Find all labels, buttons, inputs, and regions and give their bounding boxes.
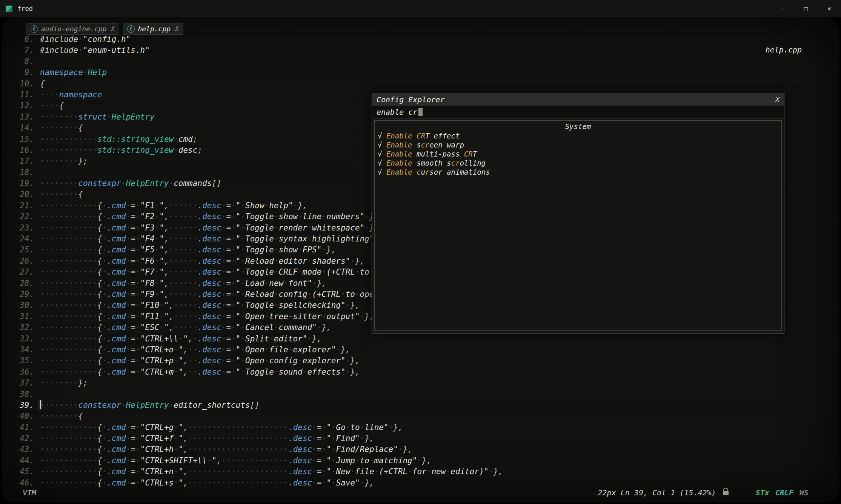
search-block-cursor [418,108,423,116]
code-line[interactable]: 42.············{·.cmd·=·"CTRL+f·",······… [12,433,839,444]
line-number: 37. [12,378,34,389]
tab-help-cpp[interactable]: C help.cpp X [123,23,183,35]
code-line[interactable]: 34.············{·.cmd·=·"CTRL+o·",··.des… [12,344,839,355]
line-number: 31. [12,311,34,322]
line-number: 45. [12,466,34,477]
code-line[interactable]: 8. [12,56,839,67]
config-explorer-titlebar: Config Explorer X [372,93,784,106]
code-line[interactable]: 45.············{·.cmd·=·"CTRL+n·",······… [12,466,839,477]
tab-close-icon[interactable]: X [175,26,178,32]
line-number: 7. [12,45,34,56]
line-number: 36. [12,367,34,378]
tab-bar: C audio-engine.cpp X C help.cpp X [26,23,183,35]
config-option[interactable]: √ Enable cursor animations [378,167,778,177]
line-number: 20. [12,189,34,200]
close-button[interactable]: × [818,0,841,17]
line-number: 11. [12,89,34,100]
code-line[interactable]: 9.namespace·Help [12,67,839,78]
line-number: 13. [12,112,34,123]
line-number: 34. [12,344,34,355]
line-number: 14. [12,123,34,134]
line-number: 21. [12,200,34,211]
maximize-button[interactable]: □ [794,0,818,17]
code-line[interactable]: 44.············{·.cmd·=·"CTRL+SHIFT+\\·"… [12,455,839,466]
line-number: 44. [12,455,34,466]
tab-close-icon[interactable]: X [111,26,114,32]
config-option[interactable]: √ Enable multi-pass CRT [378,149,778,158]
line-number: 41. [12,422,34,433]
code-line[interactable]: 10.{ [12,78,839,89]
line-number: 6. [12,34,34,45]
line-number: 17. [12,156,34,167]
line-number: 8. [12,56,34,67]
code-line[interactable]: 38. [12,389,839,400]
status-flag-crlf: CRLF [775,488,793,497]
line-number: 30. [12,300,34,311]
line-number: 18. [12,167,34,178]
config-section-header: System [378,121,778,131]
tab-label: audio-engine.cpp [41,25,106,33]
config-option[interactable]: √ Enable screen warp [378,140,778,149]
line-number: 42. [12,433,34,444]
line-number: 12. [12,100,34,111]
line-number: 43. [12,444,34,455]
line-number: 28. [12,278,34,289]
popup-title: Config Explorer [377,95,445,104]
code-line[interactable]: 37.········}; [12,378,839,389]
code-line[interactable]: 6.#include·"config.h" [12,34,839,45]
line-number: 16. [12,145,34,156]
code-line[interactable]: 40.········{ [12,411,839,422]
cursor-position-info: 22px Ln 39, Col 1 (15.42%) [598,488,716,497]
cpp-file-icon: C [31,25,38,33]
cpp-file-icon: C [127,25,135,33]
line-number: 32. [12,322,34,333]
line-number: 29. [12,289,34,300]
title-bar: fred – □ × [0,0,841,17]
status-flag-ws: WS [799,488,809,497]
code-line[interactable]: 46.············{·.cmd·=·"CTRL+s·",······… [12,478,839,489]
config-option[interactable]: √ Enable smooth scrolling [378,158,778,167]
pane-filename: help.cpp [766,45,802,54]
line-number: 15. [12,134,34,145]
popup-close-button[interactable]: X [775,95,780,103]
line-number: 26. [12,256,34,267]
window-title: fred [17,5,33,12]
line-number: 46. [12,478,34,489]
config-option[interactable]: √ Enable CRT effect [378,131,778,140]
code-line[interactable]: 35.············{·.cmd·=·"CTRL+p·",··.des… [12,355,839,366]
code-line[interactable]: 39.········constexpr·HelpEntry·editor_sh… [12,400,839,411]
config-search-input[interactable]: enable cr [372,106,784,118]
minimize-button[interactable]: – [771,0,794,17]
app-window: fred – □ × C audio-engine.cpp X C help.c… [0,0,841,504]
code-line[interactable]: 33.············{·.cmd·=·"CTRL+\\·",·.des… [12,333,839,344]
line-number: 33. [12,333,34,344]
code-line[interactable]: 7.#include·"enum-utils.h" [12,45,839,56]
line-number: 39. [12,400,34,411]
line-number: 35. [12,355,34,366]
config-explorer-panel: Config Explorer X enable cr System √ Ena… [372,93,784,333]
crt-screen: C audio-engine.cpp X C help.cpp X help.c… [0,17,841,504]
line-number: 10. [12,78,34,89]
line-number: 9. [12,67,34,78]
line-number: 19. [12,178,34,189]
line-number: 27. [12,267,34,278]
line-number: 23. [12,223,34,234]
line-number: 22. [12,211,34,222]
search-query-text: enable cr [377,108,417,117]
code-line[interactable]: 36.············{·.cmd·=·"CTRL+m·",··.des… [12,367,839,378]
config-list: System √ Enable CRT effect√ Enable scree… [374,120,782,331]
line-number: 24. [12,234,34,244]
app-icon [5,5,13,12]
mode-indicator: VIM [23,488,36,497]
editor-viewport: C audio-engine.cpp X C help.cpp X help.c… [2,17,839,502]
code-line[interactable]: 41.············{·.cmd·=·"CTRL+g·",······… [12,422,839,433]
tab-label: help.cpp [138,25,171,33]
line-number: 38. [12,389,34,400]
line-number: 40. [12,411,34,422]
line-number: 25. [12,244,34,255]
code-line[interactable]: 43.············{·.cmd·=·"CTRL+h·",······… [12,444,839,455]
status-flag-stx: STx [756,488,769,497]
lock-icon [723,491,729,495]
status-bar: VIM 22px Ln 39, Col 1 (15.42%) STxCRLFWS [2,488,839,499]
tab-audio-engine-cpp[interactable]: C audio-engine.cpp X [26,23,119,35]
